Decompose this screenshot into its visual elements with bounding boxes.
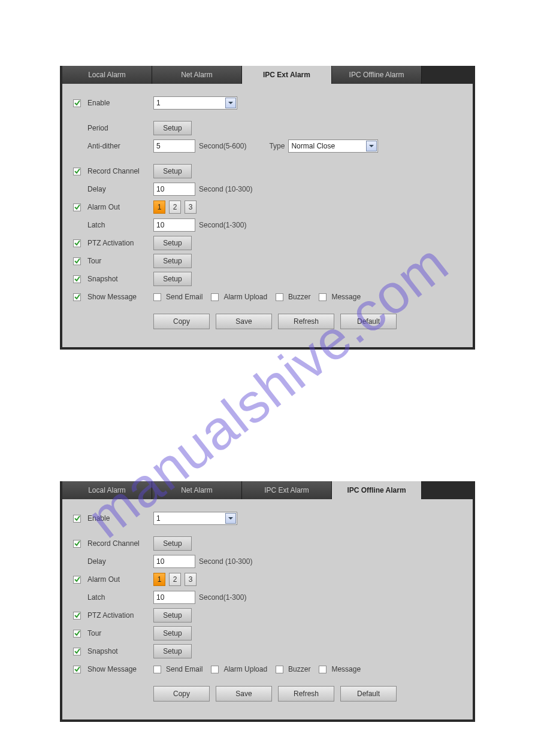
type-label: Type (269, 142, 285, 150)
alarm-out-3-button[interactable]: 3 (185, 573, 197, 586)
alarm-out-label: Alarm Out (87, 575, 153, 584)
tour-checkbox[interactable] (73, 630, 81, 637)
ptz-setup-button[interactable]: Setup (153, 236, 192, 250)
tab-ipc-ext-alarm[interactable]: IPC Ext Alarm (242, 66, 332, 84)
channel-select-value[interactable] (153, 96, 237, 110)
type-select[interactable] (288, 139, 378, 153)
alarm-out-2-button[interactable]: 2 (169, 573, 181, 586)
send-email-checkbox[interactable] (153, 293, 161, 301)
snapshot-checkbox[interactable] (73, 648, 81, 655)
record-channel-checkbox[interactable] (73, 540, 81, 548)
buzzer-label: Buzzer (288, 665, 310, 673)
send-email-checkbox[interactable] (153, 666, 161, 673)
panel-ipc-offline-alarm: Local Alarm Net Alarm IPC Ext Alarm IPC … (60, 481, 475, 722)
tour-label: Tour (87, 629, 153, 637)
alarm-out-2-button[interactable]: 2 (169, 201, 181, 214)
dropdown-arrow-icon (225, 513, 236, 524)
snapshot-checkbox[interactable] (73, 275, 81, 283)
show-message-checkbox[interactable] (73, 666, 81, 673)
record-channel-label: Record Channel (87, 539, 153, 548)
refresh-button[interactable]: Refresh (278, 686, 334, 702)
delay-suffix: Second (10-300) (199, 185, 252, 193)
tab-local-alarm[interactable]: Local Alarm (62, 66, 152, 84)
refresh-button[interactable]: Refresh (278, 314, 334, 329)
tab-local-alarm[interactable]: Local Alarm (62, 481, 152, 499)
alarm-out-1-button[interactable]: 1 (153, 201, 165, 214)
panel-ipc-ext-alarm: Local Alarm Net Alarm IPC Ext Alarm IPC … (60, 66, 475, 350)
buzzer-label: Buzzer (288, 293, 310, 301)
tab-ipc-ext-alarm[interactable]: IPC Ext Alarm (242, 481, 332, 499)
record-channel-setup-button[interactable]: Setup (153, 536, 192, 551)
channel-select-value[interactable] (153, 512, 237, 525)
save-button[interactable]: Save (216, 686, 272, 702)
record-channel-checkbox[interactable] (73, 168, 81, 175)
alarm-out-label: Alarm Out (87, 203, 153, 211)
delay-input[interactable] (153, 183, 195, 196)
channel-select[interactable] (153, 512, 237, 525)
ptz-setup-button[interactable]: Setup (153, 608, 192, 623)
copy-button[interactable]: Copy (153, 314, 210, 329)
latch-suffix: Second(1-300) (199, 221, 246, 229)
anti-dither-suffix: Second(5-600) (199, 142, 246, 150)
latch-label: Latch (87, 221, 153, 229)
anti-dither-label: Anti-dither (87, 142, 153, 150)
save-button[interactable]: Save (216, 314, 272, 329)
panel-body: Enable Period Setup Anti-dither Second(5… (62, 84, 473, 347)
snapshot-label: Snapshot (87, 275, 153, 283)
send-email-label: Send Email (166, 293, 202, 301)
message-checkbox[interactable] (319, 293, 327, 301)
record-channel-setup-button[interactable]: Setup (153, 164, 192, 178)
message-label: Message (331, 293, 361, 301)
tab-ipc-offline-alarm[interactable]: IPC Offline Alarm (332, 481, 422, 499)
alarm-upload-checkbox[interactable] (211, 666, 219, 673)
message-label: Message (331, 665, 361, 673)
alarm-upload-checkbox[interactable] (211, 293, 219, 301)
ptz-label: PTZ Activation (87, 239, 153, 247)
delay-suffix: Second (10-300) (199, 557, 252, 566)
tour-checkbox[interactable] (73, 257, 81, 265)
show-message-checkbox[interactable] (73, 293, 81, 301)
send-email-label: Send Email (166, 665, 202, 673)
show-message-label: Show Message (87, 665, 153, 673)
enable-checkbox[interactable] (73, 99, 81, 107)
buzzer-checkbox[interactable] (276, 293, 283, 301)
type-select-value[interactable] (288, 139, 378, 153)
ptz-checkbox[interactable] (73, 612, 81, 620)
delay-input[interactable] (153, 555, 195, 568)
period-label: Period (87, 124, 153, 132)
record-channel-label: Record Channel (87, 167, 153, 175)
alarm-out-1-button[interactable]: 1 (153, 573, 165, 586)
tabstrip: Local Alarm Net Alarm IPC Ext Alarm IPC … (62, 66, 473, 84)
period-setup-button[interactable]: Setup (153, 121, 192, 135)
panel-body: Enable Record Channel Setup Delay Second… (62, 499, 473, 719)
tour-setup-button[interactable]: Setup (153, 254, 192, 268)
buzzer-checkbox[interactable] (276, 666, 283, 673)
tab-net-alarm[interactable]: Net Alarm (152, 481, 242, 499)
snapshot-label: Snapshot (87, 647, 153, 655)
latch-input[interactable] (153, 218, 195, 232)
dropdown-arrow-icon (225, 98, 236, 108)
default-button[interactable]: Default (340, 686, 397, 702)
tab-ipc-offline-alarm[interactable]: IPC Offline Alarm (332, 66, 422, 84)
alarm-out-checkbox[interactable] (73, 576, 81, 584)
anti-dither-input[interactable] (153, 139, 195, 153)
show-message-label: Show Message (87, 293, 153, 301)
enable-checkbox[interactable] (73, 515, 81, 523)
latch-input[interactable] (153, 591, 195, 604)
channel-select[interactable] (153, 96, 237, 110)
copy-button[interactable]: Copy (153, 686, 210, 702)
delay-label: Delay (87, 185, 153, 193)
snapshot-setup-button[interactable]: Setup (153, 272, 192, 286)
alarm-out-checkbox[interactable] (73, 204, 81, 211)
message-checkbox[interactable] (319, 666, 327, 673)
default-button[interactable]: Default (340, 314, 397, 329)
tour-setup-button[interactable]: Setup (153, 626, 192, 640)
ptz-checkbox[interactable] (73, 239, 81, 247)
latch-label: Latch (87, 593, 153, 602)
tab-net-alarm[interactable]: Net Alarm (152, 66, 242, 84)
delay-label: Delay (87, 557, 153, 566)
ptz-label: PTZ Activation (87, 611, 153, 620)
alarm-out-3-button[interactable]: 3 (185, 201, 197, 214)
snapshot-setup-button[interactable]: Setup (153, 644, 192, 658)
latch-suffix: Second(1-300) (199, 593, 246, 602)
